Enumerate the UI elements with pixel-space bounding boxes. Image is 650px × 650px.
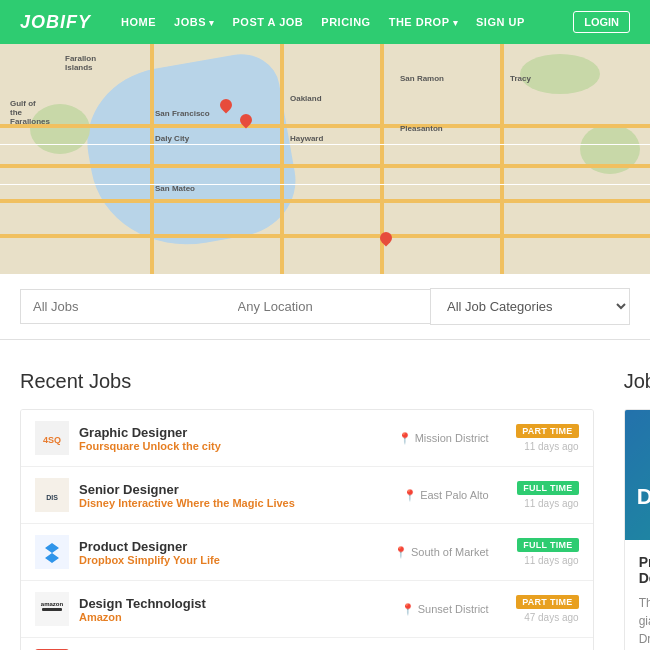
map-road-h4 xyxy=(0,234,650,238)
login-button[interactable]: LOGIN xyxy=(573,11,630,33)
map-road-h2 xyxy=(0,164,650,168)
table-row[interactable]: DIS Senior Designer Disney Interactive W… xyxy=(21,467,593,524)
job-meta-4: PART TIME 47 days ago xyxy=(499,595,579,623)
svg-text:amazon: amazon xyxy=(41,601,64,607)
nav-post-job[interactable]: POST A JOB xyxy=(233,16,304,28)
job-location-3: 📍 South of Market xyxy=(394,546,489,559)
job-meta-1: PART TIME 11 days ago xyxy=(499,424,579,452)
map-label-oakland: Oakland xyxy=(290,94,322,103)
spotlight-image: Dropbox xyxy=(625,410,650,540)
job-spotlight-section: Job Spotlight Dropbox Product Designer T… xyxy=(624,370,650,650)
table-row[interactable]: NEXT BIG SOUND Front-End Engineer Next B… xyxy=(21,638,593,650)
job-badge-3: FULL TIME xyxy=(517,538,579,552)
job-location-1: 📍 Mission District xyxy=(398,432,489,445)
nav-the-drop[interactable]: THE DROP xyxy=(389,16,458,28)
job-days-1: 11 days ago xyxy=(524,441,579,452)
map-wroad-2 xyxy=(0,184,650,185)
job-meta-2: FULL TIME 11 days ago xyxy=(499,481,579,509)
navbar: JOBIFY HOME JOBS POST A JOB PRICING THE … xyxy=(0,0,650,44)
job-badge-2: FULL TIME xyxy=(517,481,579,495)
nav-sign-up[interactable]: SIGN UP xyxy=(476,16,525,28)
map-label-sf: San Francisco xyxy=(155,109,210,118)
search-bar: All Job Categories Design Engineering Ma… xyxy=(0,274,650,340)
job-days-2: 11 days ago xyxy=(524,498,579,509)
job-location-4: 📍 Sunset District xyxy=(401,603,489,616)
map-label-tracy: Tracy xyxy=(510,74,531,83)
job-company-1: Foursquare Unlock the city xyxy=(79,440,388,452)
logo[interactable]: JOBIFY xyxy=(20,12,91,33)
company-logo-foursquare: 4SQ xyxy=(35,421,69,455)
map-label-hayward: Hayward xyxy=(290,134,323,143)
nav-home[interactable]: HOME xyxy=(121,16,156,28)
map-green-2 xyxy=(520,54,600,94)
job-days-4: 47 days ago xyxy=(524,612,579,623)
location-icon-4: 📍 xyxy=(401,603,415,616)
map-label-gulf: Gulf oftheFarallones xyxy=(10,99,50,126)
dropbox-branding: Dropbox xyxy=(637,440,650,510)
nav-pricing[interactable]: PRICING xyxy=(321,16,370,28)
company-name-3: Dropbox xyxy=(79,554,124,566)
svg-text:DIS: DIS xyxy=(46,494,58,501)
recent-jobs-section: Recent Jobs 4SQ Graphic Designer Foursqu… xyxy=(20,370,594,650)
table-row[interactable]: Product Designer Dropbox Simplify Your L… xyxy=(21,524,593,581)
job-title-3: Product Designer xyxy=(79,539,384,554)
spotlight-card[interactable]: Dropbox Product Designer The web is a gi… xyxy=(624,409,650,650)
job-days-3: 11 days ago xyxy=(524,555,579,566)
company-logo-amazon: amazon xyxy=(35,592,69,626)
map-pin-3 xyxy=(380,232,392,248)
job-title-2: Senior Designer xyxy=(79,482,393,497)
job-info-1: Graphic Designer Foursquare Unlock the c… xyxy=(79,425,388,452)
location-icon-3: 📍 xyxy=(394,546,408,559)
job-badge-4: PART TIME xyxy=(516,595,579,609)
spotlight-title: Job Spotlight xyxy=(624,370,650,393)
nav-jobs[interactable]: JOBS xyxy=(174,16,214,28)
company-name-4: Amazon xyxy=(79,611,122,623)
company-logo-disney: DIS xyxy=(35,478,69,512)
job-title-4: Design Technologist xyxy=(79,596,391,611)
recent-jobs-title: Recent Jobs xyxy=(20,370,594,393)
main-content: Recent Jobs 4SQ Graphic Designer Foursqu… xyxy=(0,340,650,650)
job-badge-1: PART TIME xyxy=(516,424,579,438)
job-company-2: Disney Interactive Where the Magic Lives xyxy=(79,497,393,509)
job-info-3: Product Designer Dropbox Simplify Your L… xyxy=(79,539,384,566)
job-info-2: Senior Designer Disney Interactive Where… xyxy=(79,482,393,509)
map-label-pleasanton: Pleasanton xyxy=(400,124,443,133)
spotlight-description: The web is a giant place, and Dropbox is… xyxy=(639,594,650,650)
svg-rect-7 xyxy=(42,608,62,611)
company-logo-dropbox xyxy=(35,535,69,569)
map-water xyxy=(76,48,304,260)
svg-text:4SQ: 4SQ xyxy=(43,435,61,445)
location-icon-1: 📍 xyxy=(398,432,412,445)
spotlight-body: Product Designer The web is a giant plac… xyxy=(625,540,650,650)
location-icon-2: 📍 xyxy=(403,489,417,502)
company-name-1: Foursquare xyxy=(79,440,140,452)
map-label-daly: Daly City xyxy=(155,134,189,143)
job-company-3: Dropbox Simplify Your Life xyxy=(79,554,384,566)
map-label-sanramon: San Ramon xyxy=(400,74,444,83)
table-row[interactable]: 4SQ Graphic Designer Foursquare Unlock t… xyxy=(21,410,593,467)
table-row[interactable]: amazon Design Technologist Amazon 📍 Suns… xyxy=(21,581,593,638)
map-wroad-1 xyxy=(0,144,650,145)
job-info-4: Design Technologist Amazon xyxy=(79,596,391,623)
nav-links: HOME JOBS POST A JOB PRICING THE DROP SI… xyxy=(121,16,573,28)
map-road-h3 xyxy=(0,199,650,203)
company-name-2: Disney Interactive xyxy=(79,497,173,509)
map-label-farallones: FarallonIslands xyxy=(65,54,96,72)
map-label-sanmateo: San Mateo xyxy=(155,184,195,193)
job-location-2: 📍 East Palo Alto xyxy=(403,489,489,502)
job-company-4: Amazon xyxy=(79,611,391,623)
map-road-v2 xyxy=(280,44,284,274)
job-title-1: Graphic Designer xyxy=(79,425,388,440)
search-category-select[interactable]: All Job Categories Design Engineering Ma… xyxy=(430,288,630,325)
job-meta-3: FULL TIME 11 days ago xyxy=(499,538,579,566)
map: Gulf oftheFarallones FarallonIslands San… xyxy=(0,44,650,274)
search-jobs-input[interactable] xyxy=(20,289,226,324)
map-pin-2 xyxy=(240,114,252,130)
dropbox-name: Dropbox xyxy=(637,484,650,510)
search-location-input[interactable] xyxy=(226,289,431,324)
map-road-v4 xyxy=(500,44,504,274)
jobs-list: 4SQ Graphic Designer Foursquare Unlock t… xyxy=(20,409,594,650)
map-road-v1 xyxy=(150,44,154,274)
map-pin-1 xyxy=(220,99,232,115)
map-road-h1 xyxy=(0,124,650,128)
